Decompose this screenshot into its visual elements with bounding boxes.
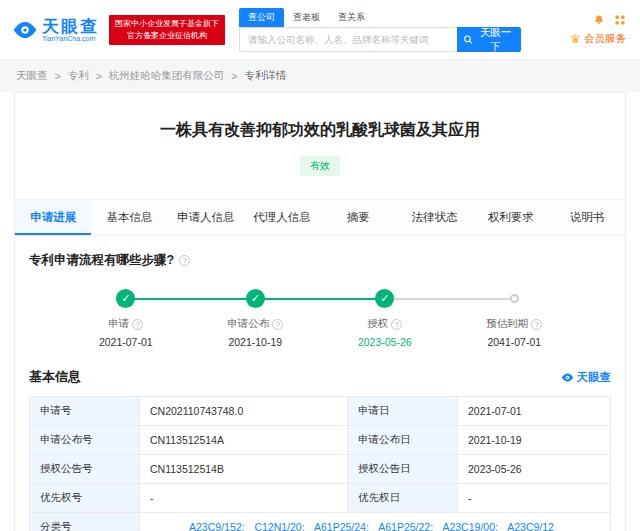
field-value: CN113512514B bbox=[140, 455, 348, 484]
timeline-step-publication: ✓ 申请公布 ? 2021-10-19 bbox=[191, 289, 321, 348]
timeline-step-expiry: 预估到期 ? 2041-07-01 bbox=[450, 289, 580, 348]
field-label: 申请号 bbox=[30, 397, 140, 426]
tianyancha-logo-icon bbox=[12, 17, 38, 43]
classification-link[interactable]: C12N1/20; bbox=[254, 521, 304, 531]
vip-service-link[interactable]: ♛ 会员服务 bbox=[570, 32, 626, 46]
basic-info-section: 基本信息 天眼查 申请号 CN202110743748.0 申请日 2021-0… bbox=[15, 348, 625, 531]
official-certification-badge: 国家中小企业发展子基金旗下 官方备案企业征信机构 bbox=[109, 15, 225, 46]
help-icon[interactable]: ? bbox=[179, 255, 190, 266]
field-label: 授权公告号 bbox=[30, 455, 140, 484]
header-right: ♛ 会员服务 bbox=[570, 14, 628, 46]
crown-icon: ♛ bbox=[570, 33, 581, 45]
tianyancha-watermark: 天眼查 bbox=[561, 370, 612, 385]
tianyancha-logo[interactable]: 天眼查 TianYanCha.com bbox=[12, 17, 99, 43]
breadcrumb-home[interactable]: 天眼查 bbox=[16, 69, 48, 83]
classification-link[interactable]: A23C9/12 bbox=[507, 521, 554, 531]
patent-detail-card: 一株具有改善抑郁功效的乳酸乳球菌及其应用 有效 申请进展 基本信息 申请人信息 … bbox=[14, 92, 626, 531]
search-tabs: 查公司 查老板 查关系 bbox=[239, 8, 521, 27]
process-heading: 专利申请流程有哪些步骤? bbox=[29, 252, 174, 269]
classification-values: A23C9/152; C12N1/20; A61P25/24; A61P25/2… bbox=[140, 513, 611, 531]
badge-line-1: 国家中小企业发展子基金旗下 bbox=[115, 18, 219, 30]
check-icon: ✓ bbox=[375, 289, 394, 308]
tab-abstract[interactable]: 摘要 bbox=[320, 200, 396, 235]
step-date: 2021-10-19 bbox=[228, 336, 282, 348]
help-icon[interactable]: ? bbox=[531, 319, 542, 330]
apps-grid-icon[interactable] bbox=[614, 14, 626, 26]
timeline-step-application: ✓ 申请 ? 2021-07-01 bbox=[61, 289, 191, 348]
help-icon[interactable]: ? bbox=[132, 319, 143, 330]
tab-bar: 申请进展 基本信息 申请人信息 代理人信息 摘要 法律状态 权利要求 说明书 bbox=[15, 199, 625, 236]
tab-application-progress[interactable]: 申请进展 bbox=[15, 200, 91, 235]
field-value: - bbox=[458, 484, 611, 513]
search-tab-boss[interactable]: 查老板 bbox=[284, 8, 329, 27]
breadcrumb-separator: > bbox=[96, 70, 102, 82]
help-icon[interactable]: ? bbox=[272, 319, 283, 330]
logo-text-en: TianYanCha.com bbox=[42, 35, 99, 42]
badge-line-2: 官方备案企业征信机构 bbox=[115, 30, 219, 42]
field-label: 优先权日 bbox=[348, 484, 458, 513]
tab-legal-status[interactable]: 法律状态 bbox=[396, 200, 472, 235]
classification-link[interactable]: A23C9/152; bbox=[189, 521, 244, 531]
tab-basic-info[interactable]: 基本信息 bbox=[91, 200, 167, 235]
logo-text-cn: 天眼查 bbox=[42, 18, 99, 36]
field-value: 2023-05-26 bbox=[458, 455, 611, 484]
step-label: 预估到期 bbox=[486, 317, 528, 331]
step-date: 2041-07-01 bbox=[487, 336, 541, 348]
field-value: 2021-07-01 bbox=[458, 397, 611, 426]
breadcrumb-current: 专利详情 bbox=[244, 69, 286, 83]
breadcrumb-separator: > bbox=[55, 70, 61, 82]
search-tab-company[interactable]: 查公司 bbox=[239, 8, 284, 27]
field-label: 分类号 bbox=[30, 513, 140, 531]
field-value: - bbox=[140, 484, 348, 513]
vip-service-label: 会员服务 bbox=[584, 32, 626, 46]
field-label: 申请公布日 bbox=[348, 426, 458, 455]
field-value: CN202110743748.0 bbox=[140, 397, 348, 426]
field-value: 2021-10-19 bbox=[458, 426, 611, 455]
table-row: 申请公布号 CN113512514A 申请公布日 2021-10-19 bbox=[30, 426, 611, 455]
bell-icon[interactable] bbox=[593, 14, 605, 26]
header-mini-icons bbox=[593, 14, 626, 26]
field-label: 申请公布号 bbox=[30, 426, 140, 455]
classification-link[interactable]: A61P25/24; bbox=[314, 521, 369, 531]
table-row: 授权公告号 CN113512514B 授权公告日 2023-05-26 bbox=[30, 455, 611, 484]
basic-info-table: 申请号 CN202110743748.0 申请日 2021-07-01 申请公布… bbox=[29, 396, 611, 531]
search-tab-relation[interactable]: 查关系 bbox=[329, 8, 374, 27]
top-header: 天眼查 TianYanCha.com 国家中小企业发展子基金旗下 官方备案企业征… bbox=[0, 0, 640, 59]
table-row: 优先权号 - 优先权日 - bbox=[30, 484, 611, 513]
tab-description[interactable]: 说明书 bbox=[549, 200, 625, 235]
timeline: ✓ 申请 ? 2021-07-01 ✓ 申请公布 ? 2021-10-19 ✓ … bbox=[61, 289, 579, 348]
breadcrumb-company[interactable]: 杭州娃哈哈集团有限公司 bbox=[109, 69, 225, 83]
step-date: 2021-07-01 bbox=[99, 336, 153, 348]
classification-link[interactable]: A61P25/22; bbox=[378, 521, 433, 531]
step-date: 2023-05-26 bbox=[358, 336, 412, 348]
check-icon: ✓ bbox=[116, 289, 135, 308]
tab-agent-info[interactable]: 代理人信息 bbox=[244, 200, 320, 235]
watermark-logo-icon bbox=[561, 371, 574, 384]
help-icon[interactable]: ? bbox=[391, 319, 402, 330]
future-step-dot-icon bbox=[510, 294, 519, 303]
breadcrumb-separator: > bbox=[231, 70, 237, 82]
table-row: 申请号 CN202110743748.0 申请日 2021-07-01 bbox=[30, 397, 611, 426]
breadcrumb-patent[interactable]: 专利 bbox=[68, 69, 89, 83]
search-icon bbox=[463, 34, 473, 45]
step-label: 申请 bbox=[108, 317, 129, 331]
tab-applicant-info[interactable]: 申请人信息 bbox=[168, 200, 244, 235]
field-label: 申请日 bbox=[348, 397, 458, 426]
watermark-label: 天眼查 bbox=[577, 370, 612, 385]
search-area: 查公司 查老板 查关系 天眼一下 bbox=[239, 8, 521, 52]
table-row: 分类号 A23C9/152; C12N1/20; A61P25/24; A61P… bbox=[30, 513, 611, 531]
section-title: 基本信息 bbox=[29, 368, 81, 386]
search-input[interactable] bbox=[239, 27, 457, 52]
process-section: 专利申请流程有哪些步骤? ? ✓ 申请 ? 2021-07-01 ✓ 申请公布 … bbox=[15, 236, 625, 348]
timeline-step-grant: ✓ 授权 ? 2023-05-26 bbox=[320, 289, 450, 348]
step-label: 申请公布 bbox=[227, 317, 269, 331]
breadcrumb: 天眼查 > 专利 > 杭州娃哈哈集团有限公司 > 专利详情 bbox=[0, 59, 640, 92]
search-button[interactable]: 天眼一下 bbox=[457, 27, 521, 52]
field-label: 授权公告日 bbox=[348, 455, 458, 484]
status-badge: 有效 bbox=[300, 156, 340, 176]
field-value: CN113512514A bbox=[140, 426, 348, 455]
classification-link[interactable]: A23C19/00; bbox=[442, 521, 497, 531]
tab-claims[interactable]: 权利要求 bbox=[473, 200, 549, 235]
field-label: 优先权号 bbox=[30, 484, 140, 513]
check-icon: ✓ bbox=[246, 289, 265, 308]
